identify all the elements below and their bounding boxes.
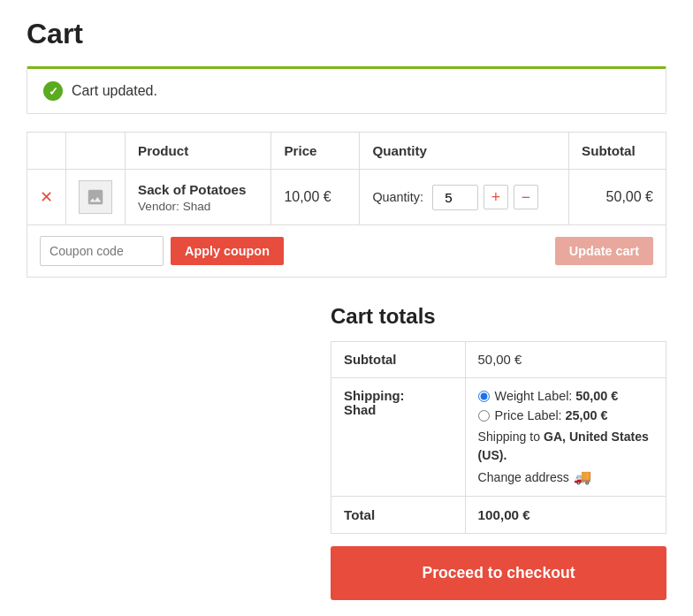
shipping-value-cell: Weight Label: 50,00 € Price Label: 25,00… [465,378,666,497]
cart-totals-inner: Cart totals Subtotal 50,00 € Shipping: S… [331,304,666,600]
shipping-radio-weight[interactable] [478,391,490,402]
product-subtotal: 50,00 € [606,189,653,204]
shipping-option-price: Price Label: 25,00 € [478,408,653,422]
product-cell: Sack of Potatoes Vendor: Shad [126,170,271,225]
subtotal-row: Subtotal 50,00 € [331,342,666,378]
product-image-cell [66,170,126,225]
quantity-cell: Quantity: + − [360,170,569,225]
product-image [79,180,112,214]
shipping-radio-price[interactable] [478,410,490,422]
cart-totals-section: Cart totals Subtotal 50,00 € Shipping: S… [27,304,666,600]
coupon-row: Apply coupon Update cart [27,225,666,278]
coupon-area: Apply coupon Update cart [40,236,653,266]
total-label: Total [331,497,466,534]
cart-updated-banner: Cart updated. [27,66,666,114]
subtotal-value: 50,00 € [465,342,666,378]
shipping-address-info: Shipping to GA, United States (US). [478,428,653,465]
totals-table: Subtotal 50,00 € Shipping: Shad Weight L… [331,341,666,534]
product-vendor: Vendor: Shad [138,200,258,213]
quantity-label: Quantity: [372,190,423,204]
apply-coupon-button[interactable]: Apply coupon [171,237,284,265]
shipping-label: Shipping: Shad [331,378,466,497]
shipping-row: Shipping: Shad Weight Label: 50,00 € Pri… [331,378,666,497]
truck-icon: 🚚 [574,468,591,485]
remove-cell: ✕ [27,170,66,225]
col-header-quantity: Quantity [360,133,569,170]
shipping-option-weight: Weight Label: 50,00 € [478,389,653,403]
update-cart-button[interactable]: Update cart [555,237,653,265]
product-name: Sack of Potatoes [138,182,258,197]
cart-updated-message: Cart updated. [72,83,157,99]
cart-totals-title: Cart totals [331,304,666,329]
coupon-input[interactable] [40,236,164,266]
change-address-label: Change address [478,470,569,484]
success-icon [43,81,63,101]
total-value: 100,00 € [465,497,666,534]
product-price-cell: 10,00 € [271,170,360,225]
subtotal-label: Subtotal [331,342,466,378]
coupon-cell: Apply coupon Update cart [27,225,666,278]
change-address-link[interactable]: Change address 🚚 [478,468,653,485]
col-header-image [66,133,126,170]
cart-table: Product Price Quantity Subtotal ✕ Sack o… [27,132,666,278]
vendor-name: Shad [183,200,211,213]
product-price: 10,00 € [284,189,331,204]
page-title: Cart [27,18,666,50]
quantity-control: Quantity: + − [372,185,556,210]
col-header-price: Price [271,133,360,170]
quantity-increase-button[interactable]: + [484,185,508,209]
quantity-decrease-button[interactable]: − [514,185,538,209]
col-header-product: Product [126,133,271,170]
coupon-left: Apply coupon [40,236,284,266]
subtotal-cell: 50,00 € [569,170,666,225]
total-row: Total 100,00 € [331,497,666,534]
col-header-remove [27,133,66,170]
table-row: ✕ Sack of Potatoes Vendor: Shad 10,00 € … [27,170,666,225]
proceed-to-checkout-button[interactable]: Proceed to checkout [331,546,666,600]
remove-item-button[interactable]: ✕ [40,188,53,207]
image-placeholder-icon [86,187,105,207]
col-header-subtotal: Subtotal [569,133,666,170]
quantity-input[interactable] [432,185,478,210]
vendor-label: Vendor: [138,200,179,213]
